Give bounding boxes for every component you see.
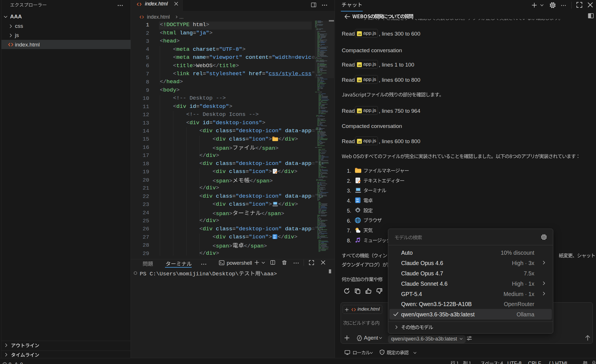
svg-text:JS: JS: [358, 64, 361, 67]
svg-text:34: 34: [356, 200, 359, 203]
svg-text:JS: JS: [358, 141, 361, 143]
svg-text:JS: JS: [358, 110, 361, 113]
svg-text:JS: JS: [358, 79, 361, 82]
svg-text:JS: JS: [358, 33, 361, 36]
